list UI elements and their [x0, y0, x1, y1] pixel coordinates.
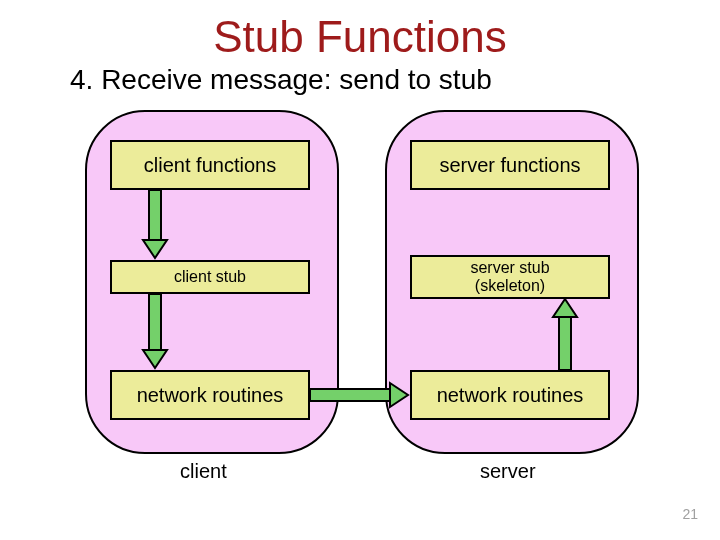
server-functions-box: server functions [410, 140, 610, 190]
svg-marker-1 [143, 240, 167, 258]
svg-marker-3 [143, 350, 167, 368]
svg-rect-7 [559, 317, 571, 370]
server-stub-box: server stub (skeleton) [410, 255, 610, 299]
svg-marker-6 [553, 299, 577, 317]
svg-marker-5 [390, 383, 408, 407]
server-network-box: network routines [410, 370, 610, 420]
arrow-server-net-to-stub [550, 299, 580, 370]
svg-rect-2 [149, 294, 161, 350]
slide-title: Stub Functions [0, 12, 720, 62]
arrow-client-net-to-server-net [310, 380, 410, 410]
client-label: client [180, 460, 227, 483]
client-functions-box: client functions [110, 140, 310, 190]
server-label: server [480, 460, 536, 483]
arrow-client-fn-to-stub [140, 190, 170, 260]
slide-subtitle: 4. Receive message: send to stub [70, 64, 492, 96]
svg-rect-4 [310, 389, 390, 401]
arrow-client-stub-to-net [140, 294, 170, 370]
page-number: 21 [682, 506, 698, 522]
svg-rect-0 [149, 190, 161, 240]
client-stub-box: client stub [110, 260, 310, 294]
client-network-box: network routines [110, 370, 310, 420]
